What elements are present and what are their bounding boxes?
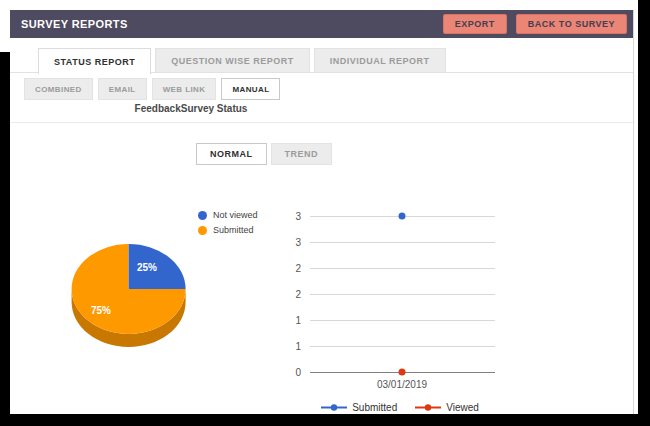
tab-question-wise-report[interactable]: QUESTION WISE REPORT: [155, 48, 310, 73]
page-background: SURVEY REPORTS EXPORT BACK TO SURVEY STA…: [0, 0, 638, 414]
tab-status-report[interactable]: STATUS REPORT: [38, 48, 151, 74]
pie-chart: 25% 75%: [50, 230, 210, 360]
tab-email[interactable]: EMAIL: [98, 78, 147, 100]
header-bar: SURVEY REPORTS EXPORT BACK TO SURVEY: [10, 10, 633, 38]
line-chart: 3 3 2 2 1 1 0 03/01/2019: [285, 205, 515, 397]
y-tick: 3: [295, 211, 301, 222]
view-toggle: NORMAL TREND: [196, 143, 332, 165]
submitted-data-point: [399, 213, 406, 220]
tab-individual-report[interactable]: INDIVIDUAL REPORT: [314, 48, 446, 73]
pie-legend-not-viewed: Not viewed: [198, 210, 258, 220]
export-button[interactable]: EXPORT: [443, 14, 507, 34]
pie-legend-label: Submitted: [213, 225, 254, 235]
report-tabs: STATUS REPORT QUESTION WISE REPORT INDIV…: [38, 48, 446, 73]
tab-web-link[interactable]: WEB LINK: [152, 78, 217, 100]
channel-tabs: COMBINED EMAIL WEB LINK MANUAL: [24, 78, 280, 100]
pie-legend-label: Not viewed: [213, 210, 258, 220]
line-legend-submitted: Submitted: [321, 402, 397, 413]
y-tick: 2: [295, 289, 301, 300]
tab-normal[interactable]: NORMAL: [196, 143, 267, 165]
header-actions: EXPORT BACK TO SURVEY: [443, 14, 627, 34]
pie-slice-label-25: 25%: [137, 262, 157, 273]
tab-combined[interactable]: COMBINED: [24, 78, 93, 100]
back-to-survey-button[interactable]: BACK TO SURVEY: [516, 14, 627, 34]
section-divider: [10, 122, 633, 123]
y-tick: 3: [295, 237, 301, 248]
line-chart-legend: Submitted Viewed: [285, 402, 515, 413]
frame-left: [0, 52, 10, 414]
survey-report-card: SURVEY REPORTS EXPORT BACK TO SURVEY STA…: [10, 10, 634, 414]
line-legend-viewed: Viewed: [415, 402, 479, 413]
y-tick: 2: [295, 263, 301, 274]
submitted-line-marker-icon: [321, 403, 347, 412]
pie-slice-label-75: 75%: [91, 305, 111, 316]
viewed-line-marker-icon: [415, 403, 441, 412]
viewed-data-point: [399, 369, 406, 376]
y-tick: 1: [295, 341, 301, 352]
not-viewed-legend-dot-icon: [198, 211, 207, 220]
page-title: SURVEY REPORTS: [21, 18, 128, 30]
line-legend-label: Viewed: [446, 402, 479, 413]
y-tick: 1: [295, 315, 301, 326]
tab-trend[interactable]: TREND: [271, 143, 333, 165]
line-legend-label: Submitted: [352, 402, 397, 413]
y-tick: 0: [295, 367, 301, 378]
survey-status-heading: FeedbackSurvey Status: [10, 103, 372, 114]
x-tick-date: 03/01/2019: [377, 379, 427, 390]
tab-manual[interactable]: MANUAL: [221, 78, 280, 100]
